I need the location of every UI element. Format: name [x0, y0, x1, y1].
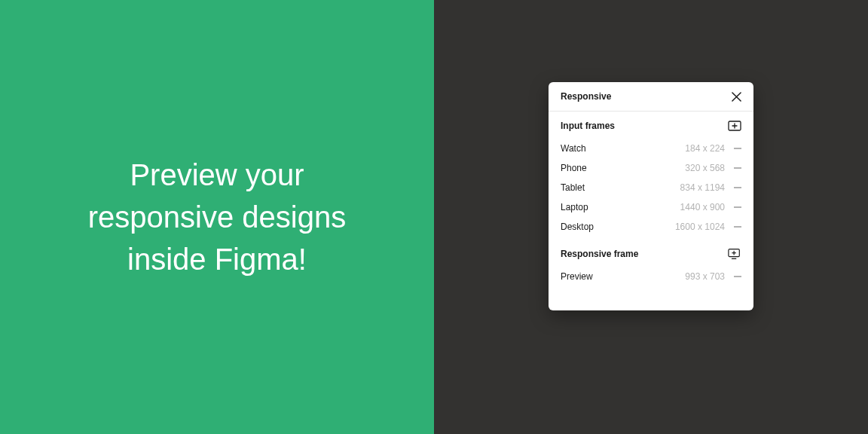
- frame-row-laptop[interactable]: Laptop 1440 x 900: [561, 197, 741, 217]
- remove-frame-icon[interactable]: [734, 206, 741, 208]
- frame-name: Preview: [561, 271, 593, 282]
- frame-name: Laptop: [561, 202, 588, 212]
- remove-frame-icon[interactable]: [734, 226, 741, 228]
- close-icon[interactable]: [731, 91, 741, 102]
- frame-row-phone[interactable]: Phone 320 x 568: [561, 158, 741, 178]
- remove-frame-icon[interactable]: [734, 148, 741, 149]
- panel-bottom-space: [549, 292, 753, 310]
- responsive-frame-section: Responsive frame Preview 993 x 703: [549, 243, 753, 292]
- hero-headline: Preview your responsive designs inside F…: [59, 154, 375, 280]
- frame-row-desktop[interactable]: Desktop 1600 x 1024: [561, 217, 741, 237]
- responsive-frame-title: Responsive frame: [561, 249, 638, 259]
- frame-row-preview[interactable]: Preview 993 x 703: [561, 267, 741, 286]
- remove-frame-icon[interactable]: [734, 167, 741, 169]
- responsive-frame-header: Responsive frame: [561, 249, 741, 259]
- add-frame-icon[interactable]: [728, 121, 741, 131]
- input-frames-header: Input frames: [561, 121, 741, 131]
- input-frames-section: Input frames Watch 184 x 224 Phone 320 x…: [549, 112, 753, 243]
- hero-panel: Preview your responsive designs inside F…: [0, 0, 434, 434]
- input-frames-title: Input frames: [561, 121, 615, 131]
- frame-name: Tablet: [561, 182, 585, 193]
- panel-title: Responsive: [561, 91, 611, 102]
- add-responsive-frame-icon[interactable]: [728, 249, 741, 259]
- frame-row-tablet[interactable]: Tablet 834 x 1194: [561, 178, 741, 197]
- frame-dims: 1600 x 1024: [675, 222, 725, 232]
- remove-frame-icon[interactable]: [734, 187, 741, 188]
- frame-row-watch[interactable]: Watch 184 x 224: [561, 139, 741, 158]
- remove-frame-icon[interactable]: [734, 276, 741, 277]
- frame-name: Desktop: [561, 222, 594, 232]
- panel-header: Responsive: [549, 82, 753, 112]
- preview-canvas: Responsive Input frames Watch 184: [434, 0, 868, 434]
- frame-dims: 320 x 568: [685, 163, 725, 173]
- frame-dims: 1440 x 900: [680, 202, 725, 212]
- frame-dims: 993 x 703: [685, 271, 725, 282]
- frame-name: Phone: [561, 163, 587, 173]
- frame-dims: 834 x 1194: [680, 182, 725, 193]
- plugin-panel: Responsive Input frames Watch 184: [549, 82, 753, 310]
- frame-dims: 184 x 224: [685, 143, 725, 154]
- frame-name: Watch: [561, 143, 586, 154]
